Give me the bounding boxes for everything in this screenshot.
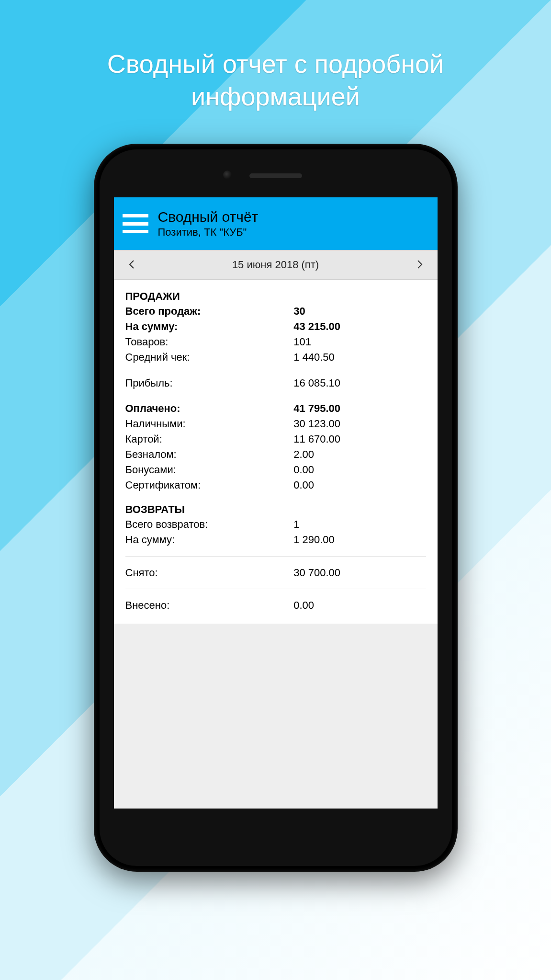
phone-camera	[223, 171, 232, 179]
label-bank: Безналом:	[125, 447, 294, 462]
label-deposited: Внесено:	[125, 598, 294, 613]
row-cash: Наличными: 30 123.00	[125, 416, 426, 432]
label-total-returns: Всего возвратов:	[125, 517, 294, 532]
value-paid: 41 795.00	[293, 401, 426, 416]
value-total-returns: 1	[293, 517, 426, 532]
row-bank: Безналом: 2.00	[125, 447, 426, 462]
value-goods: 101	[293, 334, 426, 350]
promo-title: Сводный отчет с подробной информацией	[0, 48, 551, 113]
current-date[interactable]: 15 июня 2018 (пт)	[232, 259, 319, 271]
value-withdrawn: 30 700.00	[293, 565, 426, 581]
label-total-sales: Всего продаж:	[125, 304, 294, 319]
value-avg-check: 1 440.50	[293, 350, 426, 365]
phone-frame: Сводный отчёт Позитив, ТК "КУБ" 15 июня …	[94, 144, 458, 872]
value-bank: 2.00	[293, 447, 426, 462]
promo-line2: информацией	[191, 82, 360, 111]
value-card: 11 670.00	[293, 432, 426, 447]
value-sales-amount: 43 215.00	[293, 319, 426, 334]
app-header: Сводный отчёт Позитив, ТК "КУБ"	[114, 197, 438, 250]
row-profit: Прибыль: 16 085.10	[125, 376, 426, 391]
value-profit: 16 085.10	[293, 376, 426, 391]
label-card: Картой:	[125, 432, 294, 447]
store-subtitle: Позитив, ТК "КУБ"	[158, 226, 259, 239]
row-total-sales: Всего продаж: 30	[125, 304, 426, 319]
prev-day-button[interactable]	[124, 256, 140, 274]
row-sales-amount: На сумму: 43 215.00	[125, 319, 426, 334]
phone-body: Сводный отчёт Позитив, ТК "КУБ" 15 июня …	[100, 149, 452, 866]
empty-area	[114, 624, 438, 809]
row-avg-check: Средний чек: 1 440.50	[125, 350, 426, 365]
row-goods: Товаров: 101	[125, 334, 426, 350]
value-cash: 30 123.00	[293, 416, 426, 432]
row-withdrawn: Снято: 30 700.00	[125, 565, 426, 581]
row-returns-amount: На сумму: 1 290.00	[125, 532, 426, 547]
divider	[125, 556, 426, 557]
value-bonus: 0.00	[293, 462, 426, 478]
label-sales-amount: На сумму:	[125, 319, 294, 334]
value-total-sales: 30	[293, 304, 426, 319]
label-bonus: Бонусами:	[125, 462, 294, 478]
label-withdrawn: Снято:	[125, 565, 294, 581]
row-paid: Оплачено: 41 795.00	[125, 401, 426, 416]
row-card: Картой: 11 670.00	[125, 432, 426, 447]
promo-line1: Сводный отчет с подробной	[107, 49, 444, 78]
row-deposited: Внесено: 0.00	[125, 598, 426, 613]
date-bar: 15 июня 2018 (пт)	[114, 250, 438, 280]
divider	[125, 589, 426, 589]
label-cash: Наличными:	[125, 416, 294, 432]
label-goods: Товаров:	[125, 334, 294, 350]
value-deposited: 0.00	[293, 598, 426, 613]
row-cert: Сертификатом: 0.00	[125, 478, 426, 493]
app-screen: Сводный отчёт Позитив, ТК "КУБ" 15 июня …	[114, 197, 438, 809]
report-body: ПРОДАЖИ Всего продаж: 30 На сумму: 43 21…	[114, 280, 438, 624]
label-returns-amount: На сумму:	[125, 532, 294, 547]
header-text: Сводный отчёт Позитив, ТК "КУБ"	[158, 209, 259, 239]
value-returns-amount: 1 290.00	[293, 532, 426, 547]
label-avg-check: Средний чек:	[125, 350, 294, 365]
label-paid: Оплачено:	[125, 401, 294, 416]
returns-heading: ВОЗВРАТЫ	[125, 503, 426, 516]
label-cert: Сертификатом:	[125, 478, 294, 493]
row-total-returns: Всего возвратов: 1	[125, 517, 426, 532]
sales-heading: ПРОДАЖИ	[125, 290, 426, 303]
row-bonus: Бонусами: 0.00	[125, 462, 426, 478]
next-day-button[interactable]	[412, 256, 428, 274]
phone-speaker	[249, 173, 302, 178]
page-title: Сводный отчёт	[158, 209, 259, 225]
menu-icon[interactable]	[123, 214, 148, 233]
value-cert: 0.00	[293, 478, 426, 493]
label-profit: Прибыль:	[125, 376, 294, 391]
